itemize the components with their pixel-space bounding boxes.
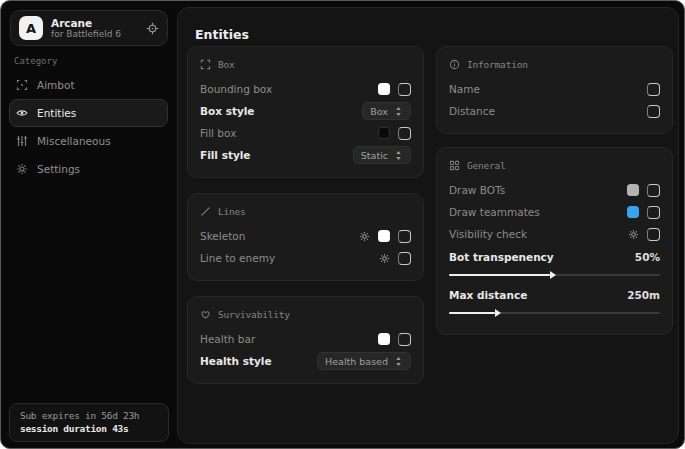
draw-bots-color-swatch[interactable]	[627, 184, 639, 196]
subscription-card: Sub expires in 56d 23h session duration …	[9, 403, 169, 442]
unfold-arrows-icon	[394, 356, 403, 367]
scope-gear-icon[interactable]	[146, 22, 159, 35]
card-header-label: General	[467, 160, 506, 171]
fill-box-color-swatch[interactable]	[378, 127, 390, 139]
setting-label: Fill style	[200, 149, 250, 161]
slider-fill[interactable]	[449, 274, 550, 276]
app-window: A Arcane for Battlefield 6 Category	[0, 0, 685, 449]
setting-row-skeleton: Skeleton	[200, 225, 411, 247]
health-bar-checkbox[interactable]	[398, 333, 411, 346]
right-column: Information Name Distance	[436, 46, 673, 348]
skeleton-color-swatch[interactable]	[378, 230, 390, 242]
sidebar-item-label: Miscellaneous	[37, 135, 111, 147]
setting-row-draw-teammates: Draw teammates	[449, 201, 660, 223]
health-bar-color-swatch[interactable]	[378, 333, 390, 345]
session-duration-text: session duration 43s	[20, 423, 158, 434]
skeleton-checkbox[interactable]	[398, 230, 411, 243]
setting-label: Line to enemy	[200, 252, 275, 264]
setting-row-distance: Distance	[449, 100, 660, 122]
sidebar-item-settings[interactable]: Settings	[9, 155, 168, 183]
setting-row-bounding-box: Bounding box	[200, 78, 411, 100]
left-column: Box Bounding box Box style Box	[187, 46, 424, 399]
card-header-label: Lines	[218, 206, 246, 217]
health-style-dropdown[interactable]: Health based	[317, 352, 411, 370]
draw-bots-checkbox[interactable]	[647, 184, 660, 197]
page-title: Entities	[195, 27, 249, 42]
card-header-label: Survivability	[218, 309, 290, 320]
unfold-arrows-icon	[394, 106, 403, 117]
app-logo: A	[19, 16, 43, 40]
setting-label: Draw BOTs	[449, 184, 505, 196]
sidebar-item-miscellaneous[interactable]: Miscellaneous	[9, 127, 168, 155]
bounding-box-checkbox[interactable]	[398, 83, 411, 96]
draw-teammates-checkbox[interactable]	[647, 206, 660, 219]
app-meta: Arcane for Battlefield 6	[51, 17, 138, 39]
dropdown-value: Static	[361, 150, 388, 161]
setting-row-draw-bots: Draw BOTs	[449, 179, 660, 201]
visibility-check-settings-icon[interactable]	[628, 229, 639, 240]
card-header-label: Box	[218, 59, 235, 70]
sidebar-item-label: Entities	[37, 107, 76, 119]
bot-transparency-group: Bot transpenency 50%	[449, 247, 660, 276]
line-to-enemy-settings-icon[interactable]	[379, 253, 390, 264]
bot-transparency-slider[interactable]	[449, 274, 660, 276]
setting-label: Name	[449, 83, 480, 95]
app-logo-letter: A	[26, 21, 36, 36]
max-distance-slider[interactable]	[449, 312, 660, 314]
crosshair-icon	[16, 79, 28, 91]
line-to-enemy-checkbox[interactable]	[398, 252, 411, 265]
app-name: Arcane	[51, 17, 138, 29]
box-card: Box Bounding box Box style Box	[187, 46, 424, 178]
name-checkbox[interactable]	[647, 83, 660, 96]
distance-checkbox[interactable]	[647, 105, 660, 118]
bounding-box-color-swatch[interactable]	[378, 83, 390, 95]
slider-fill[interactable]	[449, 312, 495, 314]
gear-icon	[16, 163, 28, 175]
app-subtitle: for Battlefield 6	[51, 29, 138, 39]
fill-box-checkbox[interactable]	[398, 127, 411, 140]
category-label: Category	[14, 56, 57, 66]
grid-icon	[449, 160, 460, 171]
survivability-card: Survivability Health bar Health style He…	[187, 296, 424, 384]
box-style-dropdown[interactable]: Box	[362, 102, 411, 120]
sidebar: A Arcane for Battlefield 6 Category	[1, 1, 176, 448]
visibility-check-checkbox[interactable]	[647, 228, 660, 241]
app-header-card: A Arcane for Battlefield 6	[10, 10, 168, 46]
setting-label: Fill box	[200, 127, 236, 139]
sidebar-item-entities[interactable]: Entities	[9, 99, 168, 127]
slider-label: Max distance	[449, 289, 527, 301]
setting-row-health-bar: Health bar	[200, 328, 411, 350]
setting-row-box-style: Box style Box	[200, 100, 411, 122]
main-panel: Entities Box Bounding box	[177, 7, 679, 444]
setting-row-fill-style: Fill style Static	[200, 144, 411, 166]
setting-label: Draw teammates	[449, 206, 540, 218]
survivability-card-header: Survivability	[200, 306, 411, 322]
setting-label: Health bar	[200, 333, 255, 345]
sidebar-item-aimbot[interactable]: Aimbot	[9, 71, 168, 99]
general-card: General Draw BOTs Draw teammates	[436, 147, 673, 335]
lines-card: Lines Skeleton Line to	[187, 193, 424, 281]
bot-transparency-value: 50%	[635, 251, 660, 263]
skeleton-settings-icon[interactable]	[359, 231, 370, 242]
setting-label: Health style	[200, 355, 272, 367]
dropdown-value: Health based	[325, 356, 388, 367]
setting-label: Box style	[200, 105, 254, 117]
slider-label: Bot transpenency	[449, 251, 554, 263]
setting-label: Skeleton	[200, 230, 245, 242]
box-brackets-icon	[200, 59, 211, 70]
max-distance-value: 250m	[627, 289, 660, 301]
info-icon	[449, 59, 460, 70]
unfold-arrows-icon	[394, 150, 403, 161]
sidebar-item-label: Settings	[37, 163, 80, 175]
sub-expiry-text: Sub expires in 56d 23h	[20, 410, 158, 421]
dropdown-value: Box	[370, 106, 388, 117]
setting-row-visibility-check: Visibility check	[449, 223, 660, 245]
setting-row-name: Name	[449, 78, 660, 100]
fill-style-dropdown[interactable]: Static	[353, 146, 411, 164]
setting-row-health-style: Health style Health based	[200, 350, 411, 372]
setting-label: Distance	[449, 105, 495, 117]
draw-teammates-color-swatch[interactable]	[627, 206, 639, 218]
setting-label: Bounding box	[200, 83, 272, 95]
eye-icon	[16, 107, 28, 119]
box-card-header: Box	[200, 56, 411, 72]
